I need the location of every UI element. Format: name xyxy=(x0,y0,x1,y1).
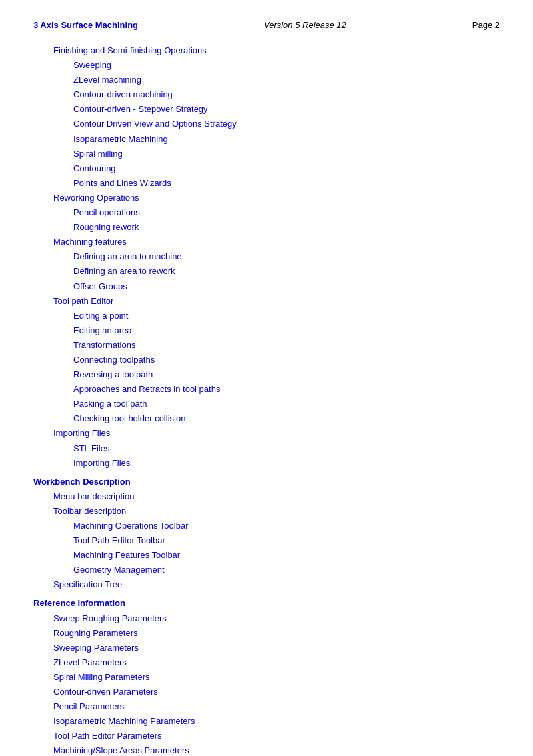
toc-item-22[interactable]: Reversing a toolpath xyxy=(73,367,500,382)
toc-content: Finishing and Semi-finishing OperationsS… xyxy=(33,43,500,756)
toc-item-25[interactable]: Checking tool holder collision xyxy=(73,411,500,426)
toc-item-3[interactable]: Contour-driven machining xyxy=(73,87,500,102)
toc-item-39[interactable]: Roughing Parameters xyxy=(53,626,500,641)
toc-item-20[interactable]: Transformations xyxy=(73,338,500,353)
toc-item-1[interactable]: Sweeping xyxy=(73,58,500,73)
toc-item-14[interactable]: Defining an area to machine xyxy=(73,249,500,264)
toc-item-5[interactable]: Contour Driven View and Options Strategy xyxy=(73,117,500,131)
toc-item-28[interactable]: Importing Files xyxy=(73,456,500,471)
toc-item-31[interactable]: Toolbar description xyxy=(53,504,500,519)
toc-item-47[interactable]: Machining/Slope Areas Parameters xyxy=(53,743,500,756)
header-version: Version 5 Release 12 xyxy=(264,20,346,30)
toc-item-40[interactable]: Sweeping Parameters xyxy=(53,641,500,655)
toc-item-13[interactable]: Machining features xyxy=(53,235,500,249)
toc-item-23[interactable]: Approaches and Retracts in tool paths xyxy=(73,382,500,397)
toc-item-0[interactable]: Finishing and Semi-finishing Operations xyxy=(53,43,500,58)
toc-item-19[interactable]: Editing an area xyxy=(73,323,500,338)
toc-item-7[interactable]: Spiral milling xyxy=(73,147,500,161)
toc-item-18[interactable]: Editing a point xyxy=(73,309,500,323)
toc-item-8[interactable]: Contouring xyxy=(73,161,500,176)
page-header: 3 Axis Surface Machining Version 5 Relea… xyxy=(33,20,500,30)
toc-item-17[interactable]: Tool path Editor xyxy=(53,294,500,309)
toc-item-42[interactable]: Spiral Milling Parameters xyxy=(53,670,500,685)
toc-item-11[interactable]: Pencil operations xyxy=(73,205,500,220)
toc-item-37[interactable]: Reference Information xyxy=(33,596,500,611)
header-page: Page 2 xyxy=(472,20,500,30)
toc-item-36[interactable]: Specification Tree xyxy=(53,577,500,592)
toc-item-45[interactable]: Isoparametric Machining Parameters xyxy=(53,714,500,729)
toc-item-44[interactable]: Pencil Parameters xyxy=(53,699,500,714)
toc-item-9[interactable]: Points and Lines Wizards xyxy=(73,176,500,191)
toc-item-32[interactable]: Machining Operations Toolbar xyxy=(73,519,500,533)
toc-item-29[interactable]: Workbench Description xyxy=(33,475,500,489)
toc-item-10[interactable]: Reworking Operations xyxy=(53,191,500,205)
toc-item-27[interactable]: STL Files xyxy=(73,441,500,456)
toc-item-46[interactable]: Tool Path Editor Parameters xyxy=(53,729,500,743)
toc-item-26[interactable]: Importing Files xyxy=(53,426,500,441)
toc-item-4[interactable]: Contour-driven - Stepover Strategy xyxy=(73,102,500,117)
toc-item-15[interactable]: Defining an area to rework xyxy=(73,264,500,279)
toc-item-38[interactable]: Sweep Roughing Parameters xyxy=(53,611,500,626)
toc-item-2[interactable]: ZLevel machining xyxy=(73,73,500,87)
toc-item-43[interactable]: Contour-driven Parameters xyxy=(53,685,500,699)
toc-item-6[interactable]: Isoparametric Machining xyxy=(73,132,500,147)
toc-item-16[interactable]: Offset Groups xyxy=(73,279,500,294)
toc-item-21[interactable]: Connecting toolpaths xyxy=(73,353,500,367)
toc-item-30[interactable]: Menu bar description xyxy=(53,489,500,504)
toc-item-24[interactable]: Packing a tool path xyxy=(73,397,500,411)
toc-item-34[interactable]: Machining Features Toolbar xyxy=(73,548,500,563)
toc-item-35[interactable]: Geometry Management xyxy=(73,563,500,577)
toc-item-41[interactable]: ZLevel Parameters xyxy=(53,655,500,670)
header-title: 3 Axis Surface Machining xyxy=(33,20,138,30)
toc-item-12[interactable]: Roughing rework xyxy=(73,220,500,235)
toc-item-33[interactable]: Tool Path Editor Toolbar xyxy=(73,533,500,548)
